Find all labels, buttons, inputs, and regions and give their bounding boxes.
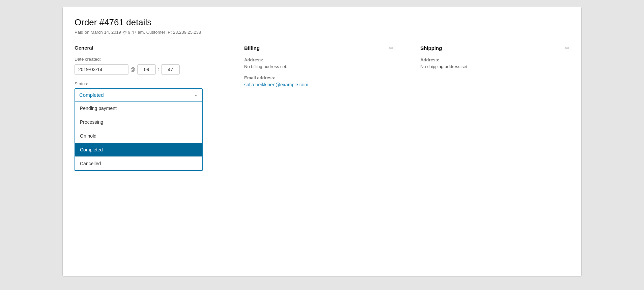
billing-email-link[interactable]: sofia.heikkinen@example.com (244, 82, 308, 87)
date-created-label: Date created: (75, 57, 224, 62)
billing-section-header: Billing ✏ (244, 45, 393, 51)
shipping-edit-icon[interactable]: ✏ (565, 45, 569, 51)
order-detail-card: Order #4761 details Paid on March 14, 20… (62, 7, 582, 277)
billing-section: Billing ✏ Address: No billing address se… (237, 45, 407, 87)
shipping-section-title: Shipping (420, 45, 442, 51)
dropdown-item-cancelled[interactable]: Cancelled (75, 157, 202, 170)
chevron-down-icon: ⌄ (194, 92, 198, 97)
shipping-address-value: No shipping address set. (420, 64, 569, 69)
dropdown-selected-text: Completed (79, 92, 104, 98)
minute-input[interactable] (161, 64, 180, 75)
dropdown-item-processing[interactable]: Processing (75, 115, 202, 129)
dropdown-list: Pending payment Processing On hold Compl… (75, 102, 203, 171)
page-subtitle: Paid on March 14, 2019 @ 9:47 am. Custom… (75, 30, 569, 35)
sections-row: General Date created: @ : Status: Comple… (75, 45, 569, 102)
shipping-section-header: Shipping ✏ (420, 45, 569, 51)
shipping-section: Shipping ✏ Address: No shipping address … (407, 45, 569, 75)
dropdown-item-pending-payment[interactable]: Pending payment (75, 102, 202, 115)
at-symbol: @ (130, 67, 135, 72)
dropdown-selected[interactable]: Completed ⌄ (75, 88, 203, 102)
status-label: Status: (75, 81, 224, 86)
date-input[interactable] (75, 64, 128, 75)
billing-section-title: Billing (244, 45, 260, 51)
billing-address-label: Address: (244, 57, 393, 62)
general-section-header: General (75, 45, 224, 51)
billing-address-value: No billing address set. (244, 64, 393, 69)
hour-input[interactable] (137, 64, 156, 75)
status-dropdown[interactable]: Completed ⌄ Pending payment Processing O… (75, 88, 203, 102)
shipping-address-label: Address: (420, 57, 569, 62)
page-title: Order #4761 details (75, 17, 569, 28)
general-section-title: General (75, 45, 93, 51)
date-row: @ : (75, 64, 224, 75)
billing-email-label: Email address: (244, 75, 393, 80)
dropdown-item-on-hold[interactable]: On hold (75, 129, 202, 143)
general-section: General Date created: @ : Status: Comple… (75, 45, 237, 102)
dropdown-item-completed[interactable]: Completed (75, 143, 202, 157)
billing-edit-icon[interactable]: ✏ (389, 45, 393, 51)
colon-symbol: : (158, 67, 159, 72)
